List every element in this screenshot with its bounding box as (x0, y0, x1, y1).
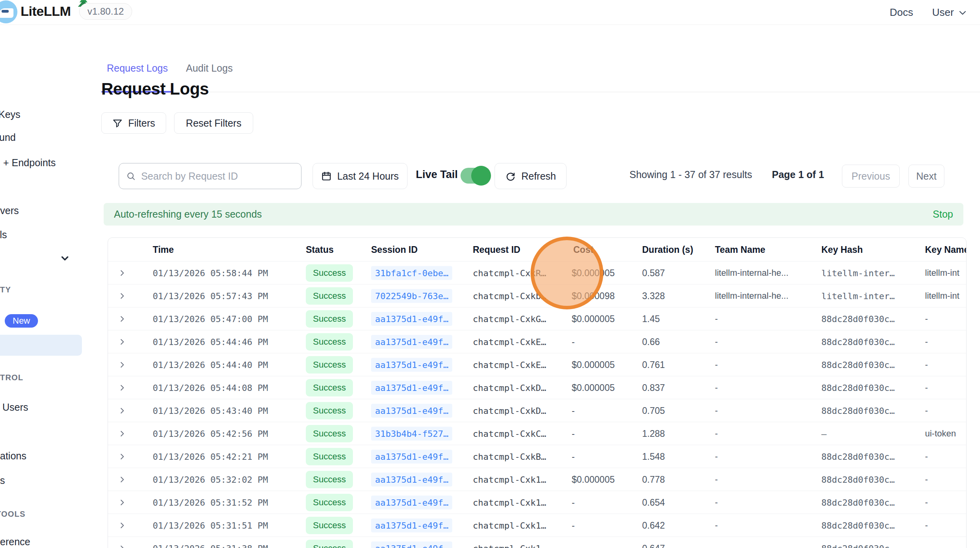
search-request-id-box (119, 163, 301, 189)
stop-auto-refresh-link[interactable]: Stop (933, 209, 953, 220)
key-hash-cell: 88dc28d0f030c… (821, 497, 895, 507)
session-id-link[interactable]: aa1375d1-e49f… (371, 381, 452, 394)
time-cell: 01/13/2026 05:31:51 PM (153, 520, 268, 530)
session-id-link[interactable]: aa1375d1-e49f… (371, 404, 452, 417)
expand-row-chevron-icon[interactable] (118, 268, 127, 278)
session-id-link[interactable]: aa1375d1-e49f… (371, 335, 452, 349)
search-input[interactable] (141, 171, 294, 182)
user-menu[interactable]: User (932, 6, 967, 19)
session-id-link[interactable]: 7022549b-763e… (371, 289, 452, 303)
duration-cell: 0.654 (642, 497, 665, 508)
table-row: 01/13/2026 05:31:38 PM Success aa1375d1-… (108, 537, 966, 548)
expand-row-chevron-icon[interactable] (118, 360, 127, 370)
sidebar-item-teams[interactable]: s (0, 475, 5, 486)
session-id-link[interactable]: aa1375d1-e49f… (371, 541, 452, 548)
key-name-cell: - (925, 451, 928, 462)
time-cell: 01/13/2026 05:44:40 PM (153, 360, 268, 370)
expand-row-chevron-icon[interactable] (118, 452, 127, 461)
live-tail-toggle[interactable] (461, 168, 490, 184)
session-id-link[interactable]: aa1375d1-e49f… (371, 518, 452, 532)
filters-button[interactable]: Filters (101, 112, 166, 134)
cost-cell: - (572, 497, 575, 508)
key-name-cell: ui-token (925, 429, 956, 439)
toggle-knob (471, 166, 491, 186)
col-header-team-name: Team Name (715, 238, 765, 262)
table-row: 01/13/2026 05:44:40 PM Success aa1375d1-… (108, 353, 966, 376)
time-cell: 01/13/2026 05:44:08 PM (153, 383, 268, 393)
tab-audit-logs[interactable]: Audit Logs (186, 63, 233, 74)
expand-row-chevron-icon[interactable] (118, 383, 127, 393)
sidebar-item-keys[interactable]: Keys (0, 109, 21, 120)
team-name-cell: - (715, 451, 718, 462)
key-name-cell: litellm-int (925, 291, 959, 301)
request-id-cell: chatcmpl-CxkG… (473, 314, 546, 324)
search-icon (126, 171, 136, 181)
sidebar-item-internal-users[interactable]: Users (2, 402, 28, 413)
previous-page-button[interactable]: Previous (842, 165, 900, 188)
next-page-button[interactable]: Next (908, 165, 944, 188)
key-hash-cell: litellm-inter… (821, 291, 895, 301)
table-row: 01/13/2026 05:42:56 PM Success 31b3b4b4-… (108, 422, 966, 445)
session-id-link[interactable]: aa1375d1-e49f… (371, 312, 452, 326)
expand-row-chevron-icon[interactable] (118, 406, 127, 415)
session-id-link[interactable]: 31b3b4b4-f527… (371, 427, 452, 440)
sidebar-item-guardrails[interactable]: ils (0, 229, 7, 241)
sidebar-item-playground[interactable]: und (0, 132, 16, 143)
version-badge: v1.80.12 (79, 3, 132, 20)
key-hash-cell: 88dc28d0f030c… (821, 383, 895, 393)
request-id-cell: chatcmpl-Cxk1… (473, 520, 546, 530)
duration-cell: 0.705 (642, 405, 665, 416)
duration-cell: 1.288 (642, 428, 665, 439)
team-name-cell: - (715, 429, 718, 439)
key-hash-cell: – (821, 429, 826, 438)
team-name-cell: litellm-internal-he... (715, 268, 789, 278)
expand-row-chevron-icon[interactable] (118, 544, 127, 548)
duration-cell: 0.647 (642, 543, 665, 548)
session-id-link[interactable]: aa1375d1-e49f… (371, 495, 452, 509)
col-header-key-name: Key Name (925, 238, 967, 262)
reset-filters-button[interactable]: Reset Filters (174, 112, 253, 134)
reset-filters-label: Reset Filters (186, 118, 241, 129)
filters-button-label: Filters (128, 118, 155, 129)
sidebar-item-api-reference[interactable]: erence (0, 536, 30, 548)
cost-cell: $0.000005 (572, 474, 615, 485)
table-row: 01/13/2026 05:44:08 PM Success aa1375d1-… (108, 376, 966, 399)
key-hash-cell: 88dc28d0f030c… (821, 543, 895, 548)
sidebar-item-logs-selected[interactable] (0, 335, 82, 356)
duration-cell: 3.328 (642, 290, 665, 301)
team-name-cell: - (715, 406, 718, 416)
time-range-button[interactable]: Last 24 Hours (313, 163, 408, 189)
sidebar-item-servers[interactable]: rvers (0, 205, 19, 216)
sidebar-item-models-endpoints[interactable]: + Endpoints (3, 157, 56, 169)
table-row: 01/13/2026 05:31:51 PM Success aa1375d1-… (108, 514, 966, 537)
expand-row-chevron-icon[interactable] (118, 475, 127, 484)
refresh-button[interactable]: Refresh (495, 163, 567, 189)
chevron-down-icon (958, 8, 967, 17)
duration-cell: 0.587 (642, 267, 665, 278)
table-body: 01/13/2026 05:58:44 PM Success 31bfa1cf-… (108, 262, 966, 548)
docs-link[interactable]: Docs (890, 6, 913, 19)
session-id-link[interactable]: aa1375d1-e49f… (371, 472, 452, 486)
status-badge: Success (306, 402, 353, 419)
expand-row-chevron-icon[interactable] (118, 521, 127, 530)
expand-row-chevron-icon[interactable] (118, 337, 127, 347)
status-badge: Success (306, 494, 353, 511)
key-name-cell: - (925, 520, 928, 531)
session-id-link[interactable]: aa1375d1-e49f… (371, 449, 452, 463)
expand-row-chevron-icon[interactable] (118, 429, 127, 438)
brand-title: LiteLLM (21, 4, 71, 19)
cost-cell: - (572, 336, 575, 347)
tab-request-logs[interactable]: Request Logs (107, 63, 168, 74)
session-id-link[interactable]: 31bfa1cf-0ebe… (371, 266, 452, 280)
expand-row-chevron-icon[interactable] (118, 498, 127, 507)
session-id-link[interactable]: aa1375d1-e49f… (371, 358, 452, 372)
col-header-duration: Duration (s) (642, 238, 693, 262)
expand-row-chevron-icon[interactable] (118, 314, 127, 324)
sidebar-item-organizations[interactable]: ations (0, 450, 27, 462)
table-row: 01/13/2026 05:42:21 PM Success aa1375d1-… (108, 445, 966, 468)
status-badge: Success (306, 471, 353, 488)
duration-cell: 0.66 (642, 336, 660, 347)
cost-cell: - (572, 451, 575, 462)
expand-row-chevron-icon[interactable] (118, 291, 127, 301)
sidebar-collapse-chevron-icon[interactable] (59, 253, 70, 264)
